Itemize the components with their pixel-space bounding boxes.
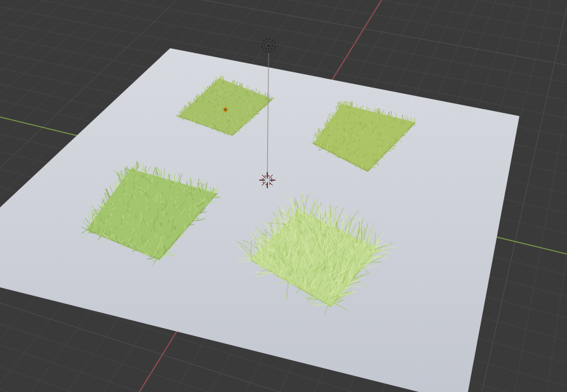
blender-3d-viewport[interactable]: [0, 0, 567, 392]
viewport-scene[interactable]: [0, 0, 567, 392]
point-light-icon: [267, 44, 270, 47]
object-origin-dot[interactable]: [223, 108, 227, 112]
